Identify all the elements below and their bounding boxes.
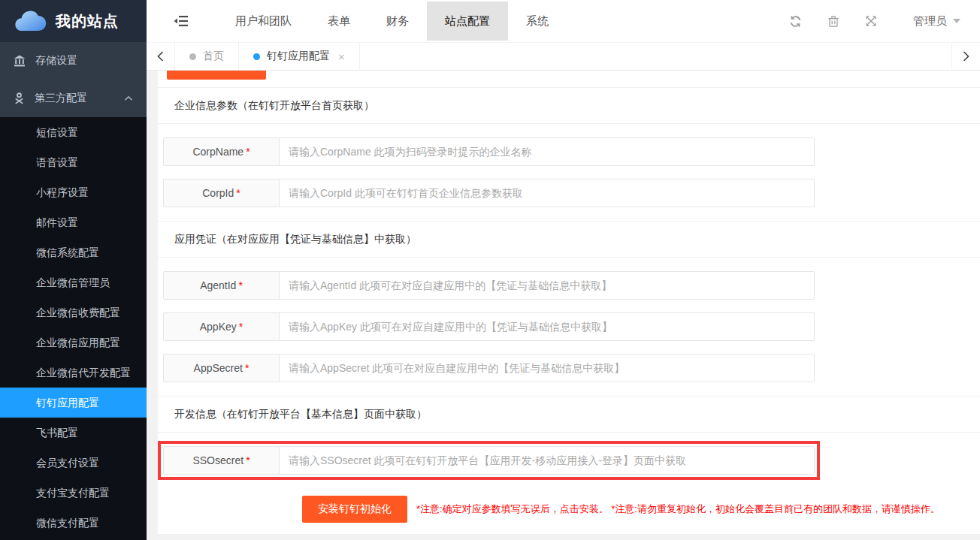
appsecret-input[interactable] <box>279 354 815 382</box>
field-label: AgentId * <box>163 271 280 300</box>
sidebar-subitem[interactable]: 会员支付设置 <box>0 448 147 478</box>
page-content: 清空当前页配置 企业信息参数（在钉钉开放平台首页获取） CorpName * C… <box>147 71 980 540</box>
install-dingtalk-button[interactable]: 安装钉钉初始化 <box>302 496 407 523</box>
required-asterisk: * <box>246 454 250 466</box>
form-section: 应用凭证（在对应应用【凭证与基础信息】中获取） AgentId * AppKey… <box>158 222 980 396</box>
config-form-card: 清空当前页配置 企业信息参数（在钉钉开放平台首页获取） CorpName * C… <box>158 71 980 534</box>
form-section: 企业信息参数（在钉钉开放平台首页获取） CorpName * CorpId * <box>158 88 980 221</box>
bank-icon <box>14 55 26 67</box>
sidebar-subitem[interactable]: 短信设置 <box>0 117 147 147</box>
sidebar-subitem[interactable]: 钉钉应用配置 <box>0 388 147 418</box>
sidebar-subitem[interactable]: 企业微信收费配置 <box>0 297 147 327</box>
ssosecret-input[interactable] <box>279 446 815 475</box>
field-label: SSOsecret * <box>163 446 280 475</box>
caret-down-icon <box>953 19 960 23</box>
sidebar-item-label: 第三方配置 <box>35 92 87 105</box>
sidebar: 我的站点 存储设置 第三方配置 <box>0 0 147 540</box>
clear-config-button[interactable]: 清空当前页配置 <box>167 71 266 80</box>
refresh-icon[interactable] <box>789 15 802 28</box>
field-row-ssosecret: SSOsecret * <box>163 446 815 475</box>
sidebar-subitem[interactable]: 微信系统配置 <box>0 237 147 267</box>
field-row-corpname: CorpName * <box>163 137 815 166</box>
tab-label: 首页 <box>203 50 224 63</box>
field-row-appkey: AppKey * <box>163 312 815 341</box>
form-section: 开发信息（在钉钉开放平台【基本信息】页面中获取） SSOsecret * <box>158 397 980 488</box>
sidebar-subitem[interactable]: 飞书配置 <box>0 418 147 448</box>
topnav-item[interactable]: 系统 <box>508 2 567 41</box>
field-label: CorpId * <box>163 179 280 207</box>
chevron-left-icon[interactable] <box>147 43 175 70</box>
sidebar-subitem[interactable]: 企业微信应用配置 <box>0 327 147 357</box>
sidebar-submenu: 短信设置语音设置小程序设置邮件设置微信系统配置企业微信管理员企业微信收费配置企业… <box>0 117 147 540</box>
tab-close-icon[interactable]: × <box>338 50 345 63</box>
field-label-text: CorpId <box>202 187 234 199</box>
field-label-text: AppKey <box>200 321 237 333</box>
form-sections: 企业信息参数（在钉钉开放平台首页获取） CorpName * CorpId * … <box>158 88 980 488</box>
tab-dot-icon <box>253 53 260 60</box>
warning-text: *注意:确定对应参数填写无误后，点击安装。 *注意:请勿重复初始化，初始化会覆盖… <box>416 502 940 516</box>
required-asterisk: * <box>246 146 250 158</box>
section-title: 应用凭证（在对应应用【凭证与基础信息】中获取） <box>158 222 980 257</box>
topnav-item[interactable]: 用户和团队 <box>217 2 310 41</box>
chevron-right-icon[interactable] <box>951 43 980 70</box>
corpid-input[interactable] <box>279 179 815 207</box>
top-header: 用户和团队表单财务站点配置系统 <box>147 0 980 42</box>
sidebar-subitem[interactable]: 微信支付配置 <box>0 508 147 538</box>
fullscreen-icon[interactable] <box>865 15 877 27</box>
collapse-menu-icon[interactable] <box>174 15 189 27</box>
sidebar-subitem[interactable]: 语音设置 <box>0 147 147 177</box>
install-row: 安装钉钉初始化 *注意:确定对应参数填写无误后，点击安装。 *注意:请勿重复初始… <box>302 496 980 523</box>
sidebar-item-storage[interactable]: 存储设置 <box>0 42 147 80</box>
app-window: 我的站点 存储设置 第三方配置 <box>0 0 980 540</box>
field-label: AppKey * <box>163 312 280 341</box>
field-label-text: AppSecret <box>194 362 243 374</box>
agentid-input[interactable] <box>279 271 815 300</box>
chevron-up-icon <box>124 95 133 101</box>
section-fields: AgentId * AppKey * AppSecret * <box>158 258 980 396</box>
tab[interactable]: 首页 <box>175 43 239 70</box>
field-row-corpid: CorpId * <box>163 179 815 207</box>
field-row-agentid: AgentId * <box>163 271 815 300</box>
required-asterisk: * <box>239 321 243 333</box>
section-title: 开发信息（在钉钉开放平台【基本信息】页面中获取） <box>158 397 980 432</box>
topnav-item[interactable]: 财务 <box>368 2 427 41</box>
corpname-input[interactable] <box>279 137 815 166</box>
tab-label: 钉钉应用配置 <box>267 50 330 63</box>
highlight-outline: SSOsecret * <box>158 441 820 480</box>
field-label-text: AgentId <box>200 279 236 291</box>
field-label-text: SSOsecret <box>192 454 243 466</box>
tab-dot-icon <box>189 53 196 60</box>
tab[interactable]: 钉钉应用配置 × <box>239 43 360 70</box>
topbar-actions: 管理员 <box>789 14 980 29</box>
field-label: AppSecret * <box>163 354 280 382</box>
section-title: 企业信息参数（在钉钉开放平台首页获取） <box>158 88 980 123</box>
required-asterisk: * <box>238 279 242 291</box>
field-row-appsecret: AppSecret * <box>163 354 815 382</box>
sidebar-subitem[interactable]: 企业微信管理员 <box>0 267 147 297</box>
topnav-items: 用户和团队表单财务站点配置系统 <box>217 2 567 41</box>
cloud-icon <box>12 9 47 33</box>
topnav-item[interactable]: 站点配置 <box>427 2 508 41</box>
sidebar-subitem[interactable]: 支付宝支付配置 <box>0 478 147 508</box>
person-icon <box>14 92 25 104</box>
required-asterisk: * <box>236 187 240 199</box>
sidebar-subitem[interactable]: 小程序设置 <box>0 177 147 207</box>
sidebar-item-label: 存储设置 <box>35 54 77 68</box>
tab-strip: 首页 钉钉应用配置 × <box>175 43 360 70</box>
user-menu[interactable]: 管理员 <box>913 14 960 29</box>
topnav-item[interactable]: 表单 <box>310 2 368 41</box>
field-label: CorpName * <box>163 137 280 166</box>
sidebar-subitem[interactable]: 邮件设置 <box>0 207 147 237</box>
user-name: 管理员 <box>913 14 947 29</box>
appkey-input[interactable] <box>279 312 815 341</box>
sidebar-subitem[interactable]: 企业微信代开发配置 <box>0 357 147 388</box>
logo: 我的站点 <box>0 0 147 42</box>
section-fields: SSOsecret * <box>158 433 980 488</box>
sidebar-item-thirdparty[interactable]: 第三方配置 <box>0 80 147 117</box>
field-label-text: CorpName <box>192 146 243 158</box>
site-title: 我的站点 <box>56 11 119 32</box>
trash-icon[interactable] <box>827 15 839 28</box>
required-asterisk: * <box>245 362 249 374</box>
section-fields: CorpName * CorpId * <box>158 124 980 221</box>
tab-bar: 首页 钉钉应用配置 × <box>147 42 980 71</box>
